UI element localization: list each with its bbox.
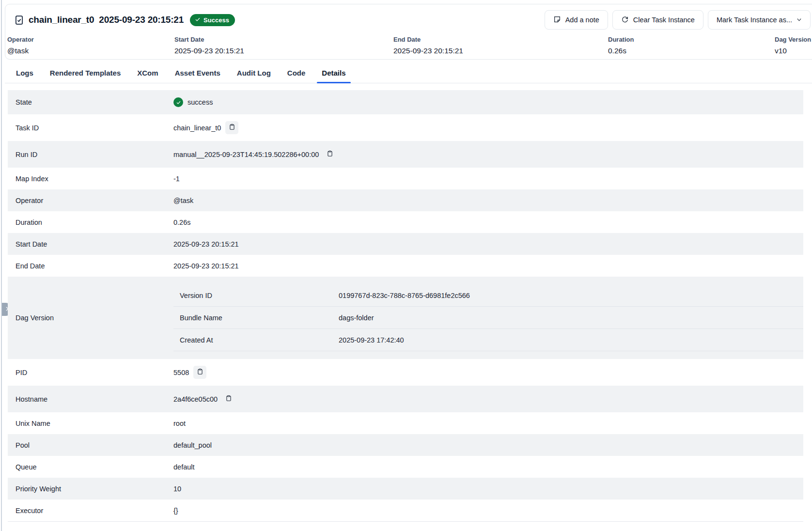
task-instance-header: chain_linear_t0 2025-09-23 20:15:21 Succ…	[5, 4, 812, 60]
copy-pid-button[interactable]	[193, 366, 206, 379]
tab-audit-log[interactable]: Audit Log	[232, 65, 276, 83]
clipboard-icon	[225, 395, 232, 403]
copy-hostname-button[interactable]	[222, 392, 235, 406]
redo-icon	[621, 16, 629, 25]
mark-task-instance-as-button[interactable]: Mark Task Instance as...	[708, 10, 811, 30]
header-actions: Add a note Clear Task Instance Mark Task…	[545, 10, 811, 30]
table-row-priority-weight: Priority Weight 10	[8, 478, 803, 500]
dag-version-subtable: Version ID 0199767d-823c-788c-8765-d6981…	[173, 284, 803, 351]
details-table: State success Task ID chain_linear_t0 Ru…	[8, 90, 803, 522]
table-row-operator: Operator @task	[8, 189, 803, 211]
table-row-end-date: End Date 2025-09-23 20:15:21	[8, 255, 803, 277]
clipboard-icon	[229, 124, 235, 132]
clipboard-icon	[197, 368, 203, 376]
subtable-row-created-at: Created At 2025-09-23 17:42:40	[173, 329, 803, 351]
page-title: chain_linear_t0	[29, 15, 94, 25]
tab-logs[interactable]: Logs	[11, 65, 38, 83]
check-icon	[195, 16, 201, 24]
table-row-state: State success	[8, 90, 803, 114]
clear-task-instance-button[interactable]: Clear Task Instance	[612, 10, 703, 30]
tab-bar: Logs Rendered Templates XCom Asset Event…	[5, 65, 812, 83]
table-row-queue: Queue default	[8, 456, 803, 478]
meta-start-date: Start Date2025-09-23 20:15:21	[174, 36, 393, 55]
table-row-run-id: Run ID manual__2025-09-23T14:45:19.50228…	[8, 141, 803, 168]
table-row-task-id: Task ID chain_linear_t0	[8, 114, 803, 141]
run-date: 2025-09-23 20:15:21	[99, 15, 184, 25]
task-document-check-icon	[14, 15, 24, 25]
table-row-pool: Pool default_pool	[8, 434, 803, 456]
tab-xcom[interactable]: XCom	[132, 65, 163, 83]
table-row-executor: Executor {}	[8, 500, 803, 521]
subtable-row-bundle-name: Bundle Name dags-folder	[173, 307, 803, 329]
success-state-icon	[173, 97, 183, 107]
copy-task-id-button[interactable]	[225, 121, 238, 134]
add-note-button[interactable]: Add a note	[545, 10, 608, 30]
tab-code[interactable]: Code	[282, 65, 311, 83]
clipboard-icon	[327, 150, 333, 158]
table-row-dag-version: Dag Version Version ID 0199767d-823c-788…	[8, 277, 803, 359]
panel-resize-splitter[interactable]	[1, 0, 2, 531]
status-badge: Success	[190, 14, 235, 26]
copy-run-id-button[interactable]	[323, 148, 336, 161]
table-row-hostname: Hostname 2a4f6ce05c00	[8, 386, 803, 412]
task-instance-details-page: chain_linear_t0 2025-09-23 20:15:21 Succ…	[0, 0, 812, 531]
tab-rendered-templates[interactable]: Rendered Templates	[45, 65, 125, 83]
meta-duration: Duration0.26s	[608, 36, 775, 55]
note-icon	[553, 16, 561, 25]
meta-dag-version: Dag Versionv10	[775, 36, 812, 55]
table-row-map-index: Map Index -1	[8, 168, 803, 189]
tab-details[interactable]: Details	[317, 65, 350, 83]
table-row-pid: PID 5508	[8, 359, 803, 386]
table-row-start-date: Start Date 2025-09-23 20:15:21	[8, 233, 803, 255]
tab-asset-events[interactable]: Asset Events	[170, 65, 225, 83]
meta-operator: Operator@task	[7, 36, 174, 55]
subtable-row-version-id: Version ID 0199767d-823c-788c-8765-d6981…	[173, 284, 803, 307]
meta-end-date: End Date2025-09-23 20:15:21	[393, 36, 608, 55]
table-row-duration: Duration 0.26s	[8, 211, 803, 233]
caret-down-icon	[796, 16, 802, 24]
table-row-unix-name: Unix Name root	[8, 412, 803, 434]
header-meta: Operator@task Start Date2025-09-23 20:15…	[5, 36, 812, 55]
